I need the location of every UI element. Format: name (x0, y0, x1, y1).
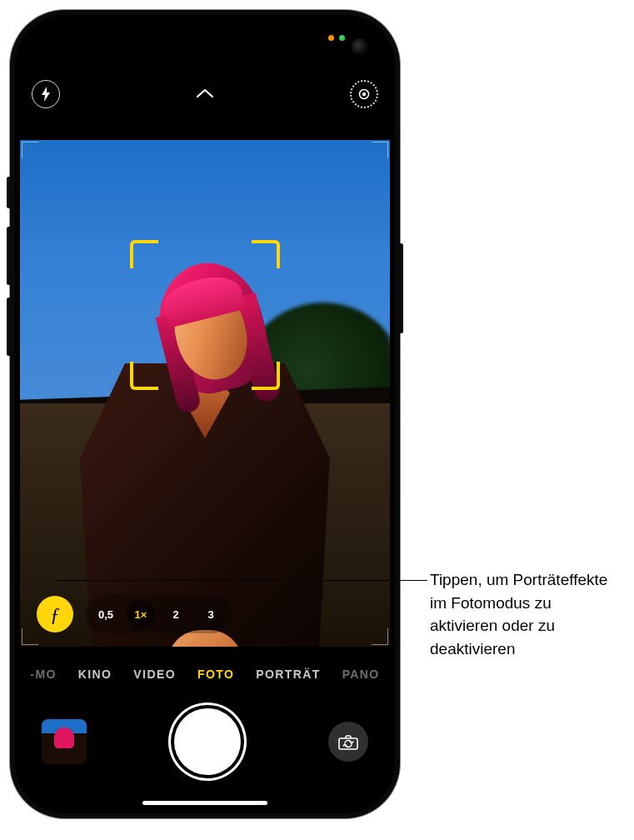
zoom-2x-button[interactable]: 2 (162, 600, 190, 628)
depth-icon: ƒ (50, 603, 60, 626)
front-camera-lens (352, 38, 368, 55)
camera-top-bar (15, 73, 395, 115)
mode-slomo[interactable]: -MO (30, 668, 56, 681)
last-photo-thumbnail[interactable] (42, 719, 87, 764)
camera-indicator-icon (339, 35, 345, 41)
mode-video[interactable]: VIDEO (133, 668, 176, 681)
zoom-level-group: 0,5 1× 2 3 (85, 595, 232, 633)
flash-button[interactable] (32, 80, 60, 108)
zoom-3x-button[interactable]: 3 (197, 600, 225, 628)
mode-photo[interactable]: FOTO (197, 668, 234, 681)
focus-indicator (130, 240, 280, 390)
mode-cinematic[interactable]: KINO (78, 668, 112, 681)
callout-leader-line (57, 580, 427, 581)
microphone-indicator-icon (328, 35, 334, 41)
shutter-button[interactable] (174, 708, 241, 775)
home-indicator[interactable] (142, 801, 267, 805)
volume-down-button (7, 298, 11, 356)
camera-flip-icon (337, 732, 359, 751)
chevron-up-icon (196, 88, 214, 98)
viewfinder-preview-image (20, 140, 390, 647)
mute-switch (7, 177, 11, 208)
zoom-0-5x-button[interactable]: 0,5 (92, 600, 120, 628)
zoom-1x-button[interactable]: 1× (127, 600, 155, 628)
viewfinder[interactable]: ƒ 0,5 1× 2 3 (20, 140, 390, 647)
privacy-indicator-dots (328, 35, 345, 41)
live-photo-button[interactable] (350, 80, 378, 108)
callout-text: Tippen, um Porträteffekte im Fotomodus z… (430, 568, 622, 660)
mode-pano[interactable]: PANO (342, 668, 380, 681)
camera-flip-button[interactable] (328, 722, 368, 762)
viewfinder-frame-corner (22, 142, 38, 158)
depth-control-button[interactable]: ƒ (37, 596, 73, 632)
camera-bottom-bar (15, 700, 395, 783)
volume-up-button (7, 227, 11, 285)
camera-mode-selector[interactable]: -MO KINO VIDEO FOTO PORTRÄT PANO (15, 662, 395, 687)
live-photo-icon (357, 88, 371, 101)
camera-controls-expand-button[interactable] (196, 87, 214, 102)
screen: ƒ 0,5 1× 2 3 -MO KINO VIDEO FOTO PORTRÄT… (15, 15, 395, 813)
side-button (399, 243, 403, 333)
zoom-controls-row: ƒ 0,5 1× 2 3 (20, 595, 390, 633)
mode-portrait[interactable]: PORTRÄT (256, 668, 320, 681)
viewfinder-frame-corner (372, 142, 388, 158)
svg-point-1 (362, 92, 366, 96)
iphone-device-frame: ƒ 0,5 1× 2 3 -MO KINO VIDEO FOTO PORTRÄT… (10, 10, 400, 818)
flash-icon (40, 87, 52, 102)
dynamic-island (150, 30, 260, 63)
